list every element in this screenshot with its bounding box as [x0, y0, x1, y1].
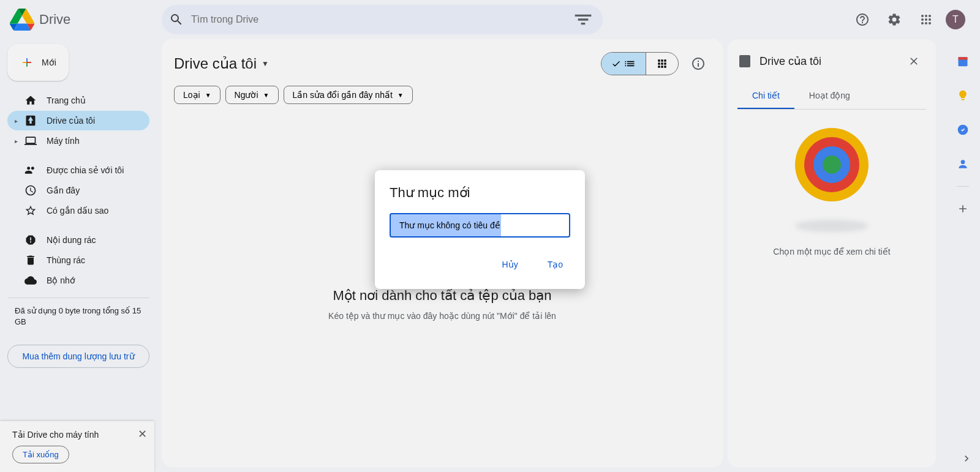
- create-button[interactable]: Tạo: [540, 255, 570, 274]
- modal-overlay[interactable]: Thư mục mới Hủy Tạo: [0, 0, 980, 472]
- modal-title: Thư mục mới: [390, 185, 570, 201]
- cancel-button[interactable]: Hủy: [495, 255, 526, 274]
- new-folder-modal: Thư mục mới Hủy Tạo: [375, 170, 585, 289]
- folder-name-input[interactable]: [390, 213, 570, 238]
